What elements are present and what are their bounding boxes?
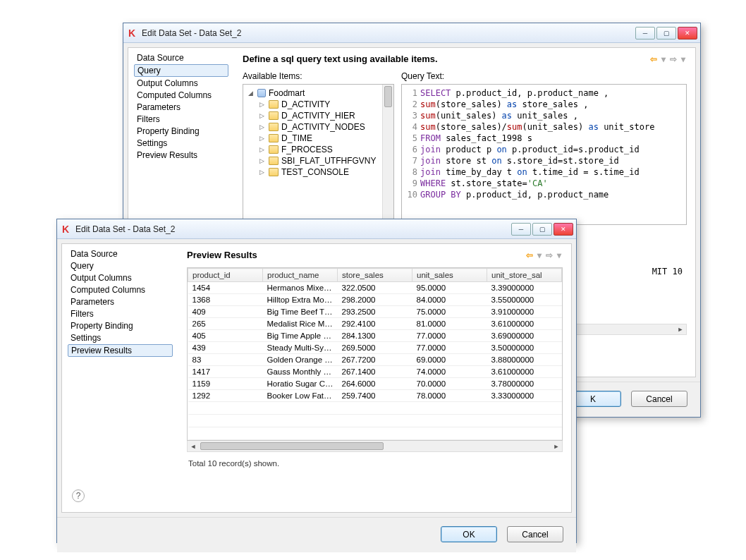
nav-item[interactable]: Settings — [134, 138, 228, 149]
expand-icon[interactable]: ▷ — [257, 135, 266, 142]
column-header[interactable]: unit_store_sal — [487, 269, 562, 282]
tree-item-label[interactable]: TEST_CONSOLE — [281, 167, 349, 177]
close-button[interactable]: ✕ — [554, 223, 573, 236]
tree-item-label[interactable]: D_ACTIVITY_NODES — [281, 122, 365, 132]
table-cell: 75.0000 — [412, 306, 487, 318]
table-row[interactable]: 1368Hilltop Extra Moist...298.200084.000… — [188, 294, 562, 306]
fwd-arrow-icon[interactable]: ⇨ — [668, 54, 678, 64]
fwd-arrow-menu-icon[interactable]: ▾ — [556, 250, 563, 260]
table-cell: Horatio Sugar Co... — [263, 378, 338, 390]
expand-icon[interactable]: ▷ — [257, 169, 266, 176]
minimize-button[interactable]: ─ — [511, 223, 531, 236]
table-cell: 81.0000 — [412, 318, 487, 330]
table-row[interactable]: 439Steady Multi-Sym...269.500077.00003.5… — [188, 342, 562, 354]
nav-item[interactable]: Output Columns — [134, 78, 228, 89]
horizontal-scrollbar[interactable]: ◄ ► — [187, 441, 563, 452]
fwd-arrow-icon[interactable]: ⇨ — [544, 250, 554, 260]
table-cell: 77.0000 — [412, 330, 487, 342]
table-cell: Big Time Beef TV ... — [263, 306, 338, 318]
window-title: Edit Data Set - Data Set_2 — [142, 28, 634, 38]
tree-item-label[interactable]: SBI_FLAT_UTFHFGVNY — [281, 156, 376, 166]
column-header[interactable]: product_name — [263, 269, 338, 282]
column-header[interactable]: product_id — [188, 269, 263, 282]
expand-icon[interactable]: ▷ — [257, 146, 266, 153]
nav-item[interactable]: Computed Columns — [68, 284, 173, 296]
results-grid[interactable]: product_idproduct_namestore_salesunit_sa… — [187, 267, 563, 441]
titlebar[interactable]: K Edit Data Set - Data Set_2 ─ ▢ ✕ — [57, 219, 576, 239]
collapse-icon[interactable]: ◢ — [246, 90, 255, 97]
table-row[interactable]: 1454Hermanos Mixed ...322.050095.00003.3… — [188, 282, 562, 294]
cancel-button[interactable]: Cancel — [507, 526, 563, 542]
table-cell: 84.0000 — [412, 294, 487, 306]
back-arrow-menu-icon[interactable]: ▾ — [660, 54, 667, 64]
ok-button[interactable]: OK — [441, 526, 497, 542]
fwd-arrow-menu-icon[interactable]: ▾ — [680, 54, 687, 64]
table-row[interactable]: 1159Horatio Sugar Co...264.600070.00003.… — [188, 378, 562, 390]
table-cell: 259.7400 — [338, 390, 412, 402]
tree-item-label[interactable]: F_PROCESS — [281, 145, 333, 154]
cancel-button[interactable]: Cancel — [631, 391, 687, 407]
expand-icon[interactable]: ▷ — [257, 101, 266, 108]
table-cell: 264.6000 — [338, 378, 412, 390]
table-row[interactable]: 409Big Time Beef TV ...293.250075.00003.… — [188, 306, 562, 318]
table-cell: Booker Low Fat C... — [263, 390, 338, 402]
column-header[interactable]: unit_sales — [412, 269, 487, 282]
tree-item-label[interactable]: D_ACTIVITY — [281, 99, 330, 109]
scroll-left-icon[interactable]: ◄ — [188, 441, 199, 451]
table-row[interactable]: 405Big Time Apple Ci...284.130077.00003.… — [188, 330, 562, 342]
page-heading: Define a sql query text using available … — [243, 54, 438, 64]
table-cell: 3.88000000 — [487, 354, 562, 366]
table-row[interactable]: 1292Booker Low Fat C...259.740078.00003.… — [188, 390, 562, 402]
back-arrow-menu-icon[interactable]: ▾ — [536, 250, 543, 260]
query-text-editor[interactable]: 1SELECT p.product_id, p.product_name ,2s… — [401, 84, 687, 225]
tree-item-label[interactable]: D_TIME — [281, 133, 312, 143]
table-row[interactable]: 83Golden Orange Po...267.720069.00003.88… — [188, 354, 562, 366]
nav-item[interactable]: Settings — [68, 332, 173, 343]
page-heading: Preview Results — [187, 250, 257, 260]
expand-icon[interactable]: ▷ — [257, 112, 266, 119]
table-row[interactable]: 1417Gauss Monthly Co...267.140074.00003.… — [188, 366, 562, 378]
column-header[interactable]: store_sales — [338, 269, 412, 282]
nav-item[interactable]: Query — [68, 260, 173, 272]
nav-item[interactable]: Filters — [68, 308, 173, 319]
nav-item[interactable]: Parameters — [134, 102, 228, 113]
maximize-button[interactable]: ▢ — [656, 27, 676, 39]
table-cell: 1417 — [188, 366, 263, 378]
table-cell: Steady Multi-Sym... — [263, 342, 338, 354]
nav-item[interactable]: Preview Results — [68, 344, 173, 357]
available-items-tree[interactable]: ◢Foodmart▷D_ACTIVITY▷D_ACTIVITY_HIER▷D_A… — [243, 84, 394, 225]
nav-item[interactable]: Computed Columns — [134, 90, 228, 101]
nav-item[interactable]: Parameters — [68, 296, 173, 308]
nav-item[interactable]: Data Source — [134, 52, 228, 63]
tree-root-label[interactable]: Foodmart — [269, 88, 305, 98]
minimize-button[interactable]: ─ — [635, 27, 655, 39]
titlebar[interactable]: K Edit Data Set - Data Set_2 ─ ▢ ✕ — [123, 23, 700, 43]
table-cell: 77.0000 — [412, 342, 487, 354]
help-icon[interactable]: ? — [72, 489, 85, 502]
expand-icon[interactable]: ▷ — [257, 157, 266, 164]
expand-icon[interactable]: ▷ — [257, 123, 266, 130]
table-row[interactable]: 265Medalist Rice Medly292.410081.00003.6… — [188, 318, 562, 330]
back-arrow-icon[interactable]: ⇦ — [649, 54, 659, 64]
nav-item[interactable]: Query — [134, 64, 228, 77]
table-cell: 1454 — [188, 282, 263, 294]
nav-item[interactable]: Output Columns — [68, 272, 173, 284]
scroll-right-icon[interactable]: ► — [551, 441, 562, 451]
table-cell: 267.7200 — [338, 354, 412, 366]
nav-item[interactable]: Data Source — [68, 248, 173, 260]
nav-item[interactable]: Property Binding — [68, 320, 173, 331]
back-arrow-icon[interactable]: ⇦ — [525, 250, 534, 260]
nav-item[interactable]: Preview Results — [134, 150, 228, 161]
table-cell: 3.33000000 — [487, 390, 562, 402]
nav-item[interactable]: Filters — [134, 114, 228, 125]
table-cell: Hermanos Mixed ... — [263, 282, 338, 294]
maximize-button[interactable]: ▢ — [532, 223, 552, 236]
table-cell: 293.2500 — [338, 306, 412, 318]
vertical-scrollbar[interactable] — [382, 85, 393, 224]
scroll-right-icon[interactable]: ► — [675, 324, 686, 334]
table-cell: Gauss Monthly Co... — [263, 366, 338, 378]
nav-item[interactable]: Property Binding — [134, 126, 228, 137]
table-cell: 284.1300 — [338, 330, 412, 342]
tree-item-label[interactable]: D_ACTIVITY_HIER — [281, 111, 355, 121]
close-button[interactable]: ✕ — [678, 27, 697, 39]
